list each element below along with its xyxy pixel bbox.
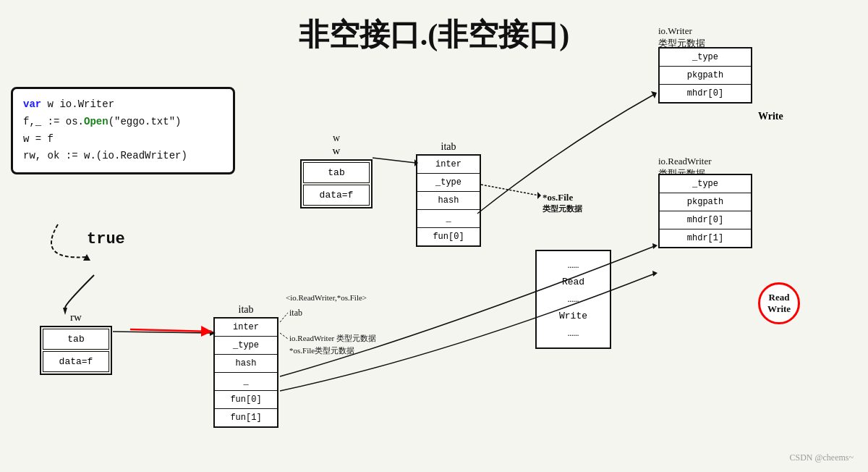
annot4-text: *os.File类型元数据 [289,345,354,356]
typebot-row-type: _type [659,174,752,193]
svg-marker-12 [652,243,658,249]
svg-text:w: w [333,132,341,143]
itab1-row-hash: hash [417,192,480,210]
svg-line-9 [130,329,212,332]
itab2-box: itab inter _type hash _ fun[0] fun[1] [213,304,278,428]
svg-line-2 [373,158,416,163]
rw-label: rw [40,311,112,324]
type-box-bottom: _type pkgpath mhdr[0] mhdr[1] [658,174,752,248]
type-box-top-table: _type pkgpath mhdr[0] [658,47,752,104]
open-func: Open [84,116,109,127]
itab2-table: inter _type hash _ fun[0] fun[1] [213,317,278,428]
svg-marker-0 [83,254,90,261]
data-box-line1: …… [540,257,606,274]
data-box-line3: …… [540,291,606,308]
svg-line-10 [280,313,288,322]
typetop-row-type: _type [659,48,752,67]
typebot-row-mhdr1: mhdr[1] [659,229,752,248]
itab2-row-inter: inter [214,318,278,337]
data-box-line4: Write [540,308,606,324]
itab1-box: itab inter _type hash _ fun[0] [416,141,481,247]
data-box-line2: Read [540,274,606,290]
code-line2-prefix: f,_ := os. [23,116,84,127]
code-line1: var w io.Writer [23,96,223,114]
rw-table: tab data=f [40,326,112,375]
data-box: …… Read …… Write …… [535,250,611,349]
write-label: Write [758,111,783,122]
annot2-text: itab [289,308,302,319]
itab2-row-type: _type [214,337,278,355]
itab1-row-dash: _ [417,210,480,228]
svg-line-7 [113,332,213,333]
type-box-bottom-table: _type pkgpath mhdr[0] mhdr[1] [658,174,752,248]
annot3-text: io.ReadWriter 类型元数据 [289,333,376,344]
svg-marker-6 [651,91,657,98]
w-row-data: data=f [303,185,370,206]
typebot-row-pkg: pkgpath [659,193,752,211]
itab2-row-dash: _ [214,373,278,391]
rw-row-tab: tab [43,329,109,350]
code-line2-suffix: ("eggo.txt") [109,116,182,127]
code-box: var w io.Writer f,_ := os.Open("eggo.txt… [11,87,235,174]
true-label: true [87,230,125,248]
itab1-row-type: _type [417,174,480,192]
osfile-sub: 类型元数据 [542,203,582,214]
io-writer-name: io.Writer [658,25,705,37]
w-box: w tab data=f [300,145,373,208]
w-table: tab data=f [300,159,373,208]
annot1-text: <io.ReadWriter,*os.File> [286,293,367,302]
watermark: CSDN @cheems~ [789,452,854,463]
io-writer-label: io.Writer 类型元数据 [658,25,705,50]
typetop-row-mhdr0: mhdr[0] [659,85,752,104]
svg-marker-5 [537,192,541,199]
type-box-top: _type pkgpath mhdr[0] [658,47,752,104]
itab2-row-fun1: fun[1] [214,409,278,428]
rw-box: rw tab data=f [40,311,112,375]
typebot-row-mhdr0: mhdr[0] [659,211,752,229]
page-title: 非空接口.(非空接口) [299,14,569,55]
itab2-row-fun0: fun[0] [214,391,278,409]
readwrite-circle: ReadWrite [758,282,800,324]
svg-line-4 [481,185,539,195]
itab2-row-hash: hash [214,355,278,373]
io-readwriter-name: io.ReadWriter [658,156,711,167]
itab1-table: inter _type hash _ fun[0] [416,154,481,247]
data-box-line5: …… [540,325,606,342]
rw-row-data: data=f [43,351,109,372]
svg-marker-13 [652,271,658,277]
code-line2: f,_ := os.Open("eggo.txt") [23,114,223,131]
code-line1-rest: w io.Writer [41,98,114,110]
itab2-label: itab [213,304,278,316]
osfile-label: *os.File 类型元数据 [542,192,582,214]
osfile-name: *os.File [542,192,582,203]
svg-line-11 [280,333,288,339]
w-label: w [300,145,373,157]
code-line4: rw, ok := w.(io.ReadWriter) [23,148,223,165]
itab1-row-fun0: fun[0] [417,228,480,247]
typetop-row-pkg: pkgpath [659,67,752,85]
itab1-row-inter: inter [417,155,480,174]
var-keyword: var [23,98,41,110]
itab1-label: itab [416,141,481,153]
w-row-tab: tab [303,162,370,183]
code-line3: w = f [23,131,223,148]
